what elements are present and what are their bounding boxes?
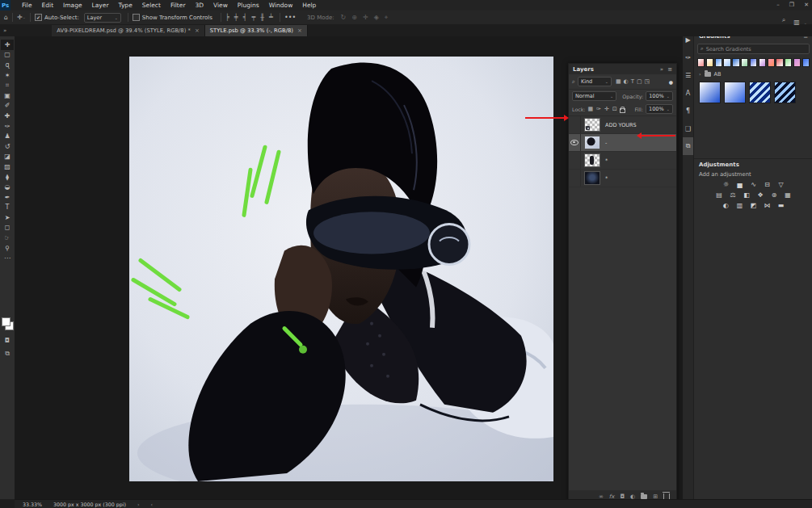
- lock-position-icon[interactable]: ✛: [604, 106, 609, 112]
- gradient-preset[interactable]: [749, 82, 771, 103]
- gradient-swatch[interactable]: [750, 58, 757, 67]
- align-left-icon[interactable]: ╞: [225, 14, 229, 21]
- document-tab-inactive[interactable]: AV9-PIXELDREAM.psd @ 39.4% (STYLE, RGB/8…: [52, 25, 204, 36]
- status-collapse-icon[interactable]: ‹: [150, 502, 153, 507]
- layer-row[interactable]: -: [569, 134, 676, 152]
- menu-image[interactable]: Image: [58, 0, 87, 10]
- lasso-tool[interactable]: ɋ: [1, 60, 14, 70]
- gradient-map-icon[interactable]: ▬: [776, 202, 785, 209]
- color-swatches[interactable]: [2, 317, 13, 330]
- visibility-eye-icon[interactable]: [569, 134, 581, 151]
- layers-panel-title[interactable]: Layers: [573, 66, 594, 73]
- menu-help[interactable]: Help: [297, 0, 321, 10]
- lock-all-icon[interactable]: [620, 108, 625, 113]
- opacity-dropdown[interactable]: 100%⌄: [646, 91, 673, 101]
- foreground-color[interactable]: [2, 317, 11, 326]
- gradient-swatch[interactable]: [706, 58, 713, 67]
- auto-select-checkbox[interactable]: [35, 14, 42, 21]
- type-tool[interactable]: T: [1, 203, 14, 213]
- align-top-icon[interactable]: ╤: [251, 14, 255, 21]
- gradient-preset[interactable]: [774, 82, 796, 103]
- menu-select[interactable]: Select: [137, 0, 166, 10]
- exposure-icon[interactable]: ⊟: [763, 181, 772, 188]
- menu-edit[interactable]: Edit: [37, 0, 59, 10]
- hue-saturation-icon[interactable]: ▤: [715, 191, 724, 199]
- eyedropper-tool[interactable]: ✐: [1, 101, 14, 111]
- gradient-swatch[interactable]: [741, 58, 748, 67]
- gradient-swatch[interactable]: [793, 58, 801, 67]
- collapse-panel-icon[interactable]: »: [660, 66, 663, 73]
- expand-chevron-icon[interactable]: ›: [699, 71, 701, 78]
- status-expand-icon[interactable]: ›: [137, 502, 140, 507]
- menu-file[interactable]: File: [17, 0, 37, 10]
- color-lookup-icon[interactable]: ▦: [784, 191, 793, 199]
- kind-filter-dropdown[interactable]: Kind⌄: [578, 77, 612, 86]
- edit-toolbar[interactable]: ⋯: [1, 253, 14, 263]
- gradient-swatch[interactable]: [785, 58, 792, 67]
- paragraph-panel-icon[interactable]: ¶: [683, 102, 693, 120]
- brush-tool[interactable]: ✑: [1, 121, 14, 132]
- magic-wand-tool[interactable]: ✶: [1, 70, 14, 81]
- path-select-tool[interactable]: ➤: [1, 212, 14, 223]
- gradient-swatch[interactable]: [768, 58, 775, 67]
- curves-icon[interactable]: ∿: [749, 181, 758, 188]
- gradient-preset[interactable]: [724, 82, 746, 103]
- adjustment-filter-icon[interactable]: ◐: [624, 78, 629, 85]
- layer-row[interactable]: *: [569, 152, 676, 170]
- new-group-icon[interactable]: [641, 494, 647, 499]
- channel-mixer-icon[interactable]: ⊛: [770, 191, 779, 199]
- blend-mode-dropdown[interactable]: Normal⌄: [572, 91, 616, 101]
- align-right-icon[interactable]: ╡: [243, 14, 247, 21]
- gradient-tool[interactable]: ▨: [1, 162, 14, 172]
- menu-type[interactable]: Type: [114, 0, 137, 10]
- align-center-v-icon[interactable]: ╫: [260, 14, 264, 21]
- frame-tool[interactable]: ▣: [1, 90, 14, 101]
- levels-icon[interactable]: ▅: [735, 181, 744, 188]
- layer-row[interactable]: *: [569, 170, 676, 187]
- eraser-tool[interactable]: ◪: [1, 152, 14, 162]
- gradient-folder-row[interactable]: › AB: [694, 69, 812, 80]
- pen-tool[interactable]: ✒: [1, 192, 14, 203]
- zoom-level[interactable]: 33.33%: [23, 502, 42, 507]
- tab-overflow-icon[interactable]: »: [3, 27, 6, 34]
- menu-filter[interactable]: Filter: [166, 0, 191, 10]
- visibility-toggle-empty[interactable]: [569, 152, 581, 169]
- gradient-swatch[interactable]: [715, 58, 722, 67]
- align-bottom-icon[interactable]: ╧: [269, 14, 273, 21]
- gradient-swatch[interactable]: [732, 58, 739, 67]
- zoom-tool[interactable]: ⚲: [1, 243, 14, 254]
- 3d-panel-icon[interactable]: ❑: [683, 120, 693, 137]
- clone-stamp-tool[interactable]: ♟: [1, 131, 14, 141]
- selective-color-icon[interactable]: ⋈: [763, 202, 772, 209]
- close-tab-icon[interactable]: ×: [297, 27, 302, 34]
- menu-3d[interactable]: 3D: [190, 0, 208, 10]
- filter-toggle-icon[interactable]: ●: [669, 79, 673, 85]
- menu-window[interactable]: Window: [264, 0, 298, 10]
- dodge-tool[interactable]: ◒: [1, 182, 14, 192]
- lock-pixels-icon[interactable]: ✑: [596, 106, 601, 112]
- smart-object-filter-icon[interactable]: ◳: [645, 78, 650, 85]
- posterize-icon[interactable]: ▥: [735, 202, 744, 209]
- menu-view[interactable]: View: [208, 0, 233, 10]
- menu-plugins[interactable]: Plugins: [233, 0, 264, 10]
- screen-mode-icon[interactable]: ⧉: [0, 350, 15, 358]
- blur-tool[interactable]: ⧫: [1, 172, 14, 183]
- layer-thumbnail[interactable]: [584, 136, 600, 149]
- close-button[interactable]: ✕: [804, 0, 809, 10]
- gradient-swatch[interactable]: [723, 58, 730, 67]
- layer-row[interactable]: ADD YOURS: [569, 116, 676, 134]
- layers-panel-icon[interactable]: ⧉: [683, 137, 693, 155]
- crop-tool[interactable]: ⌗: [1, 80, 14, 90]
- lock-transparent-icon[interactable]: ▦: [587, 106, 593, 112]
- tool-presets-panel-icon[interactable]: ☰: [683, 66, 693, 84]
- layer-thumbnail[interactable]: [584, 171, 600, 185]
- brush-settings-panel-icon[interactable]: ✑: [683, 48, 693, 66]
- invert-icon[interactable]: ◐: [722, 202, 730, 209]
- document-tab-active[interactable]: STYLE.psb @ 33.3% (-, RGB/8)×: [205, 25, 308, 36]
- visibility-toggle-empty[interactable]: [569, 116, 581, 133]
- show-transform-checkbox[interactable]: [133, 14, 140, 21]
- healing-brush-tool[interactable]: ✚: [1, 111, 14, 121]
- type-filter-icon[interactable]: T: [631, 78, 634, 85]
- vibrance-icon[interactable]: ▽: [776, 181, 785, 188]
- layer-thumbnail[interactable]: [584, 118, 600, 132]
